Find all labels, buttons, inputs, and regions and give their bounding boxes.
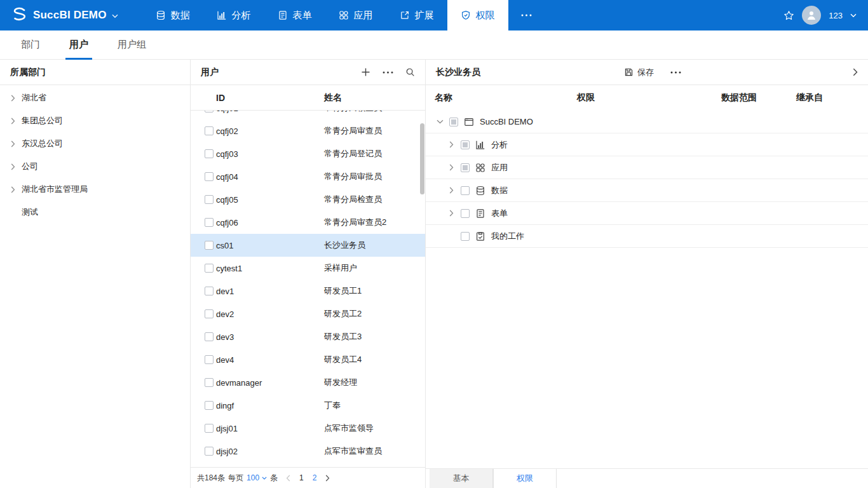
chevron-right-icon[interactable] bbox=[11, 163, 16, 170]
user-panel-title: 用户 bbox=[201, 67, 219, 78]
save-button[interactable]: 保存 bbox=[624, 67, 654, 78]
user-row[interactable]: cqfj05 常青分局检查员 bbox=[191, 188, 425, 211]
chevron-right-icon[interactable] bbox=[11, 95, 16, 102]
user-row[interactable]: dev3 研发员工3 bbox=[191, 325, 425, 348]
per-page-select[interactable]: 100 bbox=[247, 473, 259, 482]
user-row[interactable]: cqfj04 常青分局审批员 bbox=[191, 165, 425, 188]
form-icon bbox=[278, 10, 288, 20]
tabbar: 部门 用户 用户组 bbox=[0, 30, 868, 60]
collapse-panel-button[interactable] bbox=[853, 68, 858, 76]
page-number[interactable]: 2 bbox=[313, 473, 317, 482]
caret-down-icon[interactable] bbox=[262, 477, 267, 480]
user-row[interactable]: djsj02 点军市监审查员 bbox=[191, 440, 425, 463]
more-actions-button[interactable] bbox=[383, 71, 393, 74]
favorite-star-icon[interactable] bbox=[783, 10, 794, 21]
checkbox[interactable] bbox=[205, 172, 214, 181]
perm-tree-row[interactable]: 数据 bbox=[426, 179, 868, 202]
user-row[interactable]: cqfj02 常青分局审查员 bbox=[191, 119, 425, 142]
checkbox[interactable] bbox=[461, 209, 470, 218]
permission-panel-title: 长沙业务员 bbox=[436, 67, 480, 78]
perm-tree-row[interactable]: 我的工作 bbox=[426, 225, 868, 248]
tab-department[interactable]: 部门 bbox=[13, 30, 48, 59]
checkbox[interactable] bbox=[205, 332, 214, 341]
scrollbar-thumb[interactable] bbox=[420, 123, 424, 194]
checkbox[interactable] bbox=[205, 218, 214, 227]
checkbox[interactable] bbox=[205, 447, 214, 456]
checkbox[interactable] bbox=[205, 355, 214, 364]
checkbox[interactable] bbox=[205, 111, 214, 112]
dept-label: 测试 bbox=[22, 207, 38, 218]
prev-page-button[interactable] bbox=[286, 475, 290, 482]
user-row[interactable]: devmanager 研发经理 bbox=[191, 371, 425, 394]
chevron-right-icon[interactable] bbox=[447, 210, 455, 217]
footer-tab-permission[interactable]: 权限 bbox=[493, 469, 557, 488]
checkbox[interactable] bbox=[205, 401, 214, 410]
checkbox[interactable] bbox=[205, 264, 214, 273]
checkbox[interactable] bbox=[461, 186, 470, 195]
user-row[interactable]: dev2 研发员工2 bbox=[191, 302, 425, 325]
chevron-right-icon[interactable] bbox=[11, 140, 16, 147]
avatar[interactable] bbox=[802, 6, 821, 25]
nav-item-data[interactable]: 数据 bbox=[142, 0, 203, 30]
checkbox[interactable] bbox=[461, 163, 470, 172]
dept-tree-item[interactable]: 公司 bbox=[0, 155, 190, 178]
checkbox[interactable] bbox=[205, 287, 214, 295]
dept-tree-item[interactable]: 测试 bbox=[0, 201, 190, 224]
chevron-right-icon[interactable] bbox=[447, 187, 455, 194]
tab-user[interactable]: 用户 bbox=[62, 30, 96, 59]
dept-tree-item[interactable]: 东汉总公司 bbox=[0, 132, 190, 155]
checkbox[interactable] bbox=[449, 118, 458, 126]
checkbox[interactable] bbox=[461, 232, 470, 241]
checkbox[interactable] bbox=[205, 424, 214, 433]
user-row[interactable]: cqfj03 常青分局登记员 bbox=[191, 142, 425, 165]
chevron-right-icon[interactable] bbox=[447, 141, 455, 148]
user-row[interactable]: dev4 研发员工4 bbox=[191, 348, 425, 371]
user-row[interactable]: cytest1 采样用户 bbox=[191, 257, 425, 280]
save-label: 保存 bbox=[637, 67, 654, 78]
checkbox[interactable] bbox=[205, 149, 214, 158]
workspace-switcher[interactable]: SuccBI DEMO bbox=[0, 0, 127, 30]
checkbox[interactable] bbox=[205, 309, 214, 318]
tab-user-group[interactable]: 用户组 bbox=[110, 30, 154, 59]
page-navigation: 12 bbox=[286, 473, 330, 482]
add-user-button[interactable] bbox=[361, 67, 370, 77]
user-name: 常青分局审查员2 bbox=[324, 217, 425, 228]
user-row[interactable]: djsj01 点军市监领导 bbox=[191, 417, 425, 440]
perm-tree-row[interactable]: 应用 bbox=[426, 156, 868, 179]
user-row[interactable]: dev1 研发员工1 bbox=[191, 280, 425, 302]
checkbox[interactable] bbox=[205, 195, 214, 204]
dept-tree-item[interactable]: 湖北省 bbox=[0, 86, 190, 109]
next-page-button[interactable] bbox=[325, 475, 330, 482]
user-name: 长沙业务员 bbox=[324, 240, 425, 251]
user-row[interactable]: cs01 长沙业务员 bbox=[191, 234, 425, 257]
search-button[interactable] bbox=[405, 67, 415, 77]
perm-tree-row[interactable]: 表单 bbox=[426, 202, 868, 225]
chevron-right-icon[interactable] bbox=[11, 186, 16, 193]
dept-tree-item[interactable]: 集团总公司 bbox=[0, 109, 190, 132]
nav-more-button[interactable] bbox=[508, 0, 545, 30]
form-icon bbox=[475, 208, 485, 219]
more-actions-button[interactable] bbox=[670, 71, 681, 74]
nav-item-analysis[interactable]: 分析 bbox=[203, 0, 264, 30]
chevron-down-icon[interactable] bbox=[850, 13, 857, 18]
chevron-right-icon[interactable] bbox=[11, 118, 16, 125]
checkbox[interactable] bbox=[205, 126, 214, 135]
username[interactable]: 123 bbox=[829, 11, 843, 20]
user-row[interactable]: cqfj01 常青分局核查员 bbox=[191, 111, 425, 119]
checkbox[interactable] bbox=[461, 140, 470, 149]
page-number[interactable]: 1 bbox=[299, 473, 304, 482]
checkbox[interactable] bbox=[205, 241, 214, 250]
perm-tree-row[interactable]: SuccBI DEMO bbox=[426, 111, 868, 133]
perm-tree-row[interactable]: 分析 bbox=[426, 133, 868, 156]
user-row[interactable]: dingf 丁奉 bbox=[191, 394, 425, 417]
user-row[interactable]: cqfj06 常青分局审查员2 bbox=[191, 211, 425, 234]
chevron-down-icon[interactable] bbox=[436, 119, 444, 124]
footer-tab-basic[interactable]: 基本 bbox=[430, 469, 493, 488]
nav-item-app[interactable]: 应用 bbox=[325, 0, 386, 30]
checkbox[interactable] bbox=[205, 378, 214, 387]
nav-item-permission[interactable]: 权限 bbox=[447, 0, 508, 30]
dept-tree-item[interactable]: 湖北省市监管理局 bbox=[0, 178, 190, 201]
nav-item-form[interactable]: 表单 bbox=[264, 0, 325, 30]
nav-item-extension[interactable]: 扩展 bbox=[386, 0, 447, 30]
chevron-right-icon[interactable] bbox=[447, 164, 455, 171]
